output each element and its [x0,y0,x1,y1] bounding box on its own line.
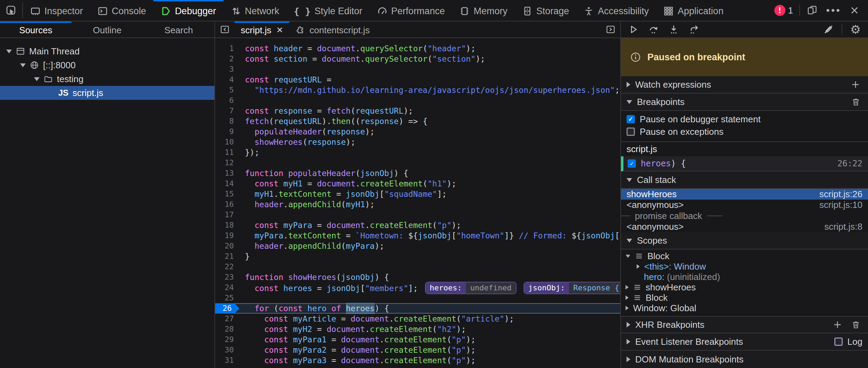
tab-application[interactable]: Application [656,0,731,21]
code-content[interactable]: const response = fetch(requestURL); [239,106,620,116]
code-content[interactable]: const myH1 = document.createElement("h1"… [239,178,620,189]
line-number-1[interactable]: 1 [215,43,239,54]
line-number-13[interactable]: 13 [215,168,239,178]
line-number-18[interactable]: 18 [215,220,239,230]
tab-search[interactable]: Search [143,21,214,37]
tab-console[interactable]: Console [90,0,153,21]
line-number-24[interactable]: 24 [215,282,239,293]
line-number-26[interactable]: 26 [215,303,239,314]
step-in-button[interactable] [665,22,683,37]
debugger-settings-button[interactable]: ⚙ [846,22,865,37]
event-listener-breakpoints-header[interactable]: Event Listener Breakpoints Log [621,333,868,351]
log-checkbox[interactable] [834,338,843,346]
tab-debugger[interactable]: Debugger [153,0,223,21]
twisty-open-icon[interactable] [34,77,40,81]
source-tab-contentscript[interactable]: contentscript.js [289,21,376,37]
scopes-header[interactable]: Scopes [621,232,868,249]
code-content[interactable]: function populateHeader(jsonObj) { [239,168,620,178]
code-content[interactable]: const myPara1 = document.createElement("… [239,334,620,345]
add-watch-button[interactable] [849,80,862,89]
resume-button[interactable] [624,22,643,37]
code-content[interactable]: populateHeader(response); [239,126,620,137]
line-number-7[interactable]: 7 [215,106,239,116]
source-editor[interactable]: 1const header = document.querySelector("… [215,38,621,368]
tab-accessibility[interactable]: Accessibility [576,0,656,21]
stack-frame[interactable]: <anonymous> script.js:8 [621,221,868,232]
line-number-11[interactable]: 11 [215,147,239,158]
watch-expressions-header[interactable]: Watch expressions [621,76,868,94]
tab-outline[interactable]: Outline [71,21,143,37]
code-content[interactable]: showHeroes(response); [239,137,620,147]
line-number-3[interactable]: 3 [215,64,239,75]
error-badge-icon[interactable]: ! [774,5,785,16]
tree-item-main-thread[interactable]: Main Thread [0,44,214,58]
pause-on-debugger-option[interactable]: ✓ Pause on debugger statement [621,113,868,125]
node-picker-button[interactable] [0,0,22,21]
line-number-20[interactable]: 20 [215,241,239,251]
tab-memory[interactable]: Memory [452,0,515,21]
expand-panel-button[interactable] [601,21,620,37]
line-number-21[interactable]: 21 [215,251,239,262]
remove-breakpoints-button[interactable] [849,97,862,106]
meatball-menu-button[interactable]: ••• [824,5,843,16]
line-number-10[interactable]: 10 [215,137,239,147]
disable-breakpoints-button[interactable] [819,22,837,37]
scope-this-row[interactable]: <this>: Window [621,261,868,272]
code-content[interactable]: function showHeroes(jsonObj) { [239,272,620,282]
code-content[interactable]: const myPara2 = document.createElement("… [239,345,620,355]
code-content[interactable]: const requestURL = [239,75,620,85]
xhr-breakpoints-header[interactable]: XHR Breakpoints [621,316,868,333]
line-number-25[interactable]: 25 [215,293,239,303]
code-content[interactable]: "https://mdn.github.io/learning-area/jav… [239,85,620,95]
checkbox-unchecked[interactable] [627,128,635,136]
stack-frame[interactable]: <anonymous> script.js:10 [621,200,868,210]
line-number-6[interactable]: 6 [215,95,239,106]
checkbox-checked[interactable]: ✓ [628,159,636,168]
step-over-button[interactable] [645,22,663,37]
code-content[interactable] [239,64,620,75]
code-content[interactable]: } [239,251,620,262]
scope-global-row[interactable]: Window: Global [621,303,868,313]
code-content[interactable] [239,158,620,168]
scope-hero-row[interactable]: hero: (uninitialized) [621,272,868,282]
collapse-sources-button[interactable] [215,21,235,37]
tree-item-testing-folder[interactable]: testing [0,72,214,86]
line-number-12[interactable]: 12 [215,158,239,168]
close-devtools-button[interactable] [846,6,863,15]
add-xhr-breakpoint-button[interactable] [831,320,844,330]
breakpoints-header[interactable]: Breakpoints [621,94,868,111]
line-number-14[interactable]: 14 [215,178,239,189]
tab-performance[interactable]: Performance [370,0,452,21]
line-number-29[interactable]: 29 [215,334,239,345]
code-content[interactable] [239,95,620,106]
scope-block2-row[interactable]: Block [621,292,868,303]
call-stack-header[interactable]: Call stack [621,172,868,189]
inline-variable-preview[interactable]: jsonObj:Response { type: "co [524,282,621,294]
stack-frame[interactable]: showHeroes script.js:26 [621,189,868,200]
step-out-button[interactable] [685,22,703,37]
code-content[interactable]: myPara.textContent = `Hometown: ${jsonOb… [239,230,621,241]
code-content[interactable]: const myPara3 = document.createElement("… [239,355,620,366]
line-number-19[interactable]: 19 [215,230,239,241]
breakpoint-entry[interactable]: ✓ heroes) { 26:22 [621,156,868,172]
source-tab-scriptjs[interactable]: script.js ✕ [235,21,289,37]
code-content[interactable]: const heroes = jsonObj["members"];heroes… [239,282,621,293]
tab-network[interactable]: Network [223,0,287,21]
tree-item-host[interactable]: [::]:8000 [0,58,214,72]
inline-variable-preview[interactable]: heroes:undefined [425,282,517,294]
line-number-16[interactable]: 16 [215,199,239,210]
dom-mutation-breakpoints-header[interactable]: DOM Mutation Breakpoints [621,351,868,368]
code-content[interactable]: fetch(requestURL).then((response) => { [239,116,620,126]
line-number-28[interactable]: 28 [215,324,239,334]
line-number-5[interactable]: 5 [215,85,239,95]
line-number-27[interactable]: 27 [215,314,239,324]
tab-inspector[interactable]: Inspector [23,0,90,21]
code-content[interactable]: myH1.textContent = jsonObj["squadName"]; [239,189,620,199]
scope-block-row[interactable]: Block [621,251,868,261]
code-content[interactable] [239,210,620,220]
close-tab-icon[interactable]: ✕ [276,25,283,35]
code-content[interactable]: const myArticle = document.createElement… [239,314,620,324]
line-number-15[interactable]: 15 [215,189,239,199]
tab-sources[interactable]: Sources [0,21,71,37]
code-content[interactable]: const header = document.querySelector("h… [239,43,620,54]
